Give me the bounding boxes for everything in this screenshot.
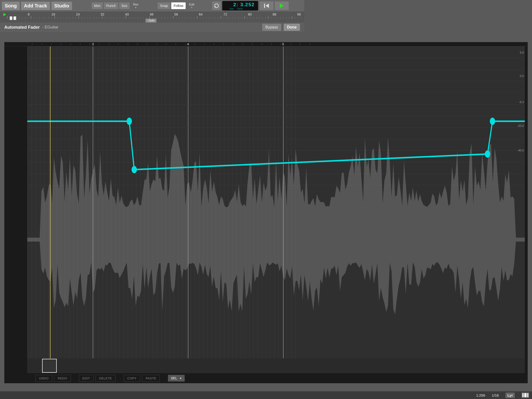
ruler-number: 56: [174, 13, 178, 16]
ruler-number: 80: [248, 13, 252, 16]
rtz-icon: [264, 4, 269, 8]
add-track-button[interactable]: Add Track: [21, 2, 50, 10]
loop-icon: [214, 3, 219, 9]
chevron-down-icon: ▼: [191, 6, 193, 9]
loop-button[interactable]: [212, 1, 221, 10]
snap-follow-group: Snap Follow: [158, 2, 186, 9]
ruler-number: 64: [199, 13, 203, 16]
ruler-number: 88: [272, 13, 276, 16]
done-button[interactable]: Done: [284, 24, 300, 31]
edit-label: Edit: [189, 3, 194, 6]
edit-dropdown[interactable]: Edit ▼: [187, 3, 196, 9]
bar-number: 5: [282, 42, 284, 46]
punch-button[interactable]: Punch: [104, 2, 118, 9]
bar-number: 4: [187, 42, 189, 46]
editor-gutter: [4, 46, 27, 228]
rec-label: Rec: [133, 3, 139, 6]
lcd-value: 2: 3.252: [226, 2, 255, 7]
waveform-area[interactable]: 6.90.0-8.3-20.0-40.0: [27, 46, 304, 228]
return-to-zero-button[interactable]: [260, 1, 273, 10]
ruler-number: 32: [101, 13, 104, 16]
studio-button[interactable]: Studio: [51, 2, 72, 10]
sos-button[interactable]: Sos: [119, 2, 130, 9]
automation-node[interactable]: [132, 166, 137, 173]
chevron-down-icon: ▼: [135, 6, 137, 9]
locator-right[interactable]: [13, 16, 16, 20]
top-toolbar: Song Add Track Studio Mon Punch Sos Rec …: [0, 0, 304, 12]
lcd-bar-label: bar: [230, 7, 234, 10]
play-button[interactable]: [275, 1, 289, 10]
locator-left[interactable]: [10, 16, 13, 20]
bar-number: 3: [92, 42, 94, 46]
ruler-number: 72: [223, 13, 227, 16]
automation-curve[interactable]: [27, 46, 304, 228]
snap-button[interactable]: Snap: [158, 2, 170, 9]
ruler-number: 40: [125, 13, 129, 16]
monitor-button[interactable]: Mon: [92, 2, 103, 9]
ruler-number: 8: [28, 13, 30, 16]
editor-body: 6.90.0-8.3-20.0-40.0: [4, 46, 304, 228]
ruler-number: 96: [297, 13, 301, 16]
song-button[interactable]: Song: [2, 2, 20, 10]
ruler-number: 16: [51, 13, 55, 16]
rec-dropdown[interactable]: Rec ▼: [131, 3, 140, 9]
record-mode-group: Mon Punch Sos: [92, 2, 130, 9]
timeline-ruler[interactable]: 81624324048566472808896 ↑Solo: [0, 12, 304, 22]
position-lcd[interactable]: 2: 3.252 bar beat: [222, 1, 258, 11]
editor-ruler[interactable]: 345: [4, 42, 304, 46]
bypass-button[interactable]: Bypass: [262, 24, 281, 31]
lcd-beat-label: beat: [237, 7, 243, 10]
panel-title: Automated Fader: [4, 25, 40, 30]
automation-panel-header: Automated Fader - EGuitar Bypass Done: [0, 22, 304, 32]
ruler-number: 24: [76, 13, 80, 16]
panel-subtitle: - EGuitar: [42, 25, 58, 30]
automation-node[interactable]: [127, 118, 132, 125]
solo-tag[interactable]: ↑Solo: [146, 19, 156, 22]
play-icon: [280, 3, 284, 8]
follow-button[interactable]: Follow: [171, 2, 186, 9]
ruler-number: 48: [150, 13, 154, 16]
playhead[interactable]: [50, 46, 51, 228]
automation-editor: 345 6.90.0-8.3-20.0-40.0 UNDO REDO EDIT …: [4, 42, 304, 228]
